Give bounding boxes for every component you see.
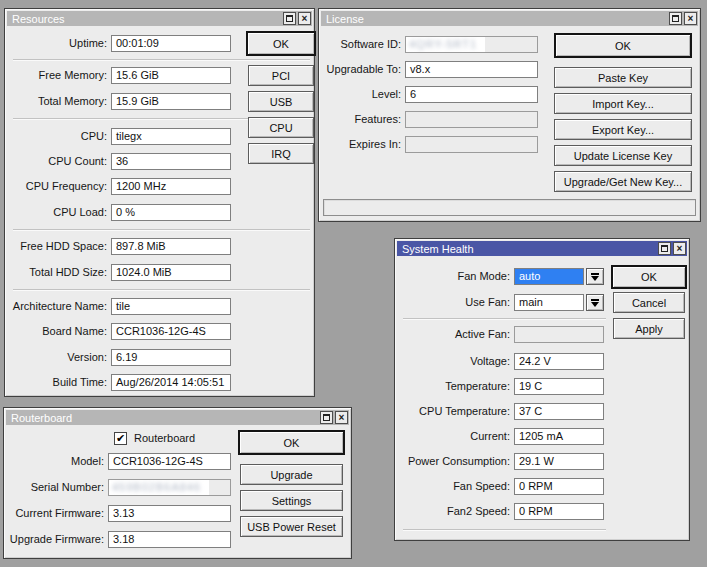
close-button[interactable]: × [298, 12, 311, 25]
maximize-button[interactable] [320, 411, 333, 424]
free-memory-field[interactable]: 15.6 GiB [111, 67, 231, 84]
apply-button[interactable]: Apply [613, 318, 685, 339]
active-fan-label: Active Fan: [395, 326, 510, 343]
ok-button[interactable]: OK [611, 265, 687, 289]
build-time-field[interactable]: Aug/26/2014 14:05:51 [111, 374, 231, 391]
software-id-label: Software ID: [319, 36, 401, 53]
import-key-button[interactable]: Import Key... [554, 93, 692, 114]
total-hdd-field[interactable]: 1024.0 MiB [111, 264, 231, 281]
maximize-button[interactable] [283, 12, 296, 25]
usb-button[interactable]: USB [248, 91, 314, 112]
fan-speed-field[interactable]: 0 RPM [514, 478, 604, 495]
temperature-field[interactable]: 19 C [514, 378, 604, 395]
system-health-titlebar[interactable]: System Health × [397, 241, 687, 256]
dropdown-arrow-icon [591, 272, 599, 281]
fan2-speed-field[interactable]: 0 RPM [514, 503, 604, 520]
cpu-temperature-label: CPU Temperature: [395, 403, 510, 420]
routerboard-checkbox[interactable]: ✔ [114, 432, 127, 445]
voltage-field[interactable]: 24.2 V [514, 353, 604, 370]
uptime-label: Uptime: [5, 35, 107, 52]
current-field[interactable]: 1205 mA [514, 428, 604, 445]
routerboard-checkbox-label: Routerboard [134, 431, 195, 446]
paste-key-button[interactable]: Paste Key [554, 67, 692, 88]
features-label: Features: [319, 111, 401, 128]
separator [13, 59, 310, 61]
ok-button[interactable]: OK [238, 430, 345, 455]
fan-mode-dropdown-button[interactable] [586, 268, 604, 285]
routerboard-titlebar[interactable]: Routerboard × [6, 410, 349, 425]
maximize-icon [672, 15, 679, 22]
maximize-button[interactable] [658, 242, 671, 255]
upgrade-firmware-field[interactable]: 3.18 [108, 531, 231, 548]
update-license-key-button[interactable]: Update License Key [554, 145, 692, 166]
maximize-icon [661, 245, 668, 252]
fan-speed-label: Fan Speed: [395, 478, 510, 495]
window-title: License [326, 13, 364, 25]
separator [13, 289, 310, 291]
upgrade-button[interactable]: Upgrade [240, 464, 343, 485]
license-statusbar [323, 199, 696, 216]
total-memory-field[interactable]: 15.9 GiB [111, 93, 231, 110]
upgradable-to-field[interactable]: v8.x [405, 61, 538, 78]
fan2-speed-label: Fan2 Speed: [395, 503, 510, 520]
ok-button[interactable]: OK [554, 33, 692, 58]
expires-in-label: Expires In: [319, 136, 401, 153]
irq-button[interactable]: IRQ [248, 143, 314, 164]
cancel-button[interactable]: Cancel [613, 292, 685, 313]
architecture-field[interactable]: tile [111, 298, 231, 315]
fan-mode-select[interactable]: auto [514, 268, 584, 285]
cpu-field[interactable]: tilegx [111, 128, 231, 145]
cpu-count-field[interactable]: 36 [111, 153, 231, 170]
dropdown-arrow-icon [591, 298, 599, 307]
cpu-button[interactable]: CPU [248, 117, 314, 138]
board-name-field[interactable]: CCR1036-12G-4S [111, 323, 231, 340]
level-field[interactable]: 6 [405, 86, 538, 103]
version-field[interactable]: 6.19 [111, 349, 231, 366]
expires-in-field[interactable] [405, 136, 538, 153]
upgradable-to-label: Upgradable To: [319, 61, 401, 78]
active-fan-field[interactable] [514, 326, 604, 343]
use-fan-select[interactable]: main [514, 294, 584, 311]
close-icon: × [302, 14, 308, 24]
export-key-button[interactable]: Export Key... [554, 119, 692, 140]
ok-button[interactable]: OK [246, 31, 316, 56]
model-field[interactable]: CCR1036-12G-4S [108, 453, 231, 470]
redaction-patch: 4QRY-5RT1 [405, 36, 485, 53]
resources-titlebar[interactable]: Resources × [7, 11, 312, 26]
total-hdd-label: Total HDD Size: [5, 264, 107, 281]
use-fan-dropdown-button[interactable] [586, 294, 604, 311]
features-field[interactable] [405, 111, 538, 128]
license-window: License × Software ID: 4QRY-5RT1 Upgrada… [318, 8, 701, 222]
close-icon: × [677, 244, 683, 254]
serial-number-label: Serial Number: [4, 479, 104, 496]
architecture-label: Architecture Name: [5, 298, 107, 315]
cpu-load-label: CPU Load: [5, 204, 107, 221]
close-button[interactable]: × [335, 411, 348, 424]
serial-number-field[interactable]: 459B02B6A846 [108, 479, 231, 496]
free-hdd-field[interactable]: 897.8 MiB [111, 238, 231, 255]
system-health-window: System Health × Fan Mode: auto Use Fan: … [394, 238, 690, 541]
software-id-field[interactable]: 4QRY-5RT1 [405, 36, 538, 53]
uptime-field[interactable]: 00:01:09 [111, 35, 231, 52]
power-consumption-label: Power Consumption: [395, 453, 510, 470]
upgrade-get-new-key-button[interactable]: Upgrade/Get New Key... [554, 171, 692, 192]
usb-power-reset-button[interactable]: USB Power Reset [240, 516, 343, 537]
pci-button[interactable]: PCI [248, 65, 314, 86]
license-titlebar[interactable]: License × [321, 11, 698, 26]
cpu-frequency-field[interactable]: 1200 MHz [111, 178, 231, 195]
window-title: System Health [402, 243, 474, 255]
voltage-label: Voltage: [395, 353, 510, 370]
close-button[interactable]: × [673, 242, 686, 255]
power-consumption-field[interactable]: 29.1 W [514, 453, 604, 470]
cpu-load-field[interactable]: 0 % [111, 204, 231, 221]
close-button[interactable]: × [684, 12, 697, 25]
separator [403, 318, 606, 320]
cpu-temperature-field[interactable]: 37 C [514, 403, 604, 420]
upgrade-firmware-label: Upgrade Firmware: [4, 531, 104, 548]
maximize-button[interactable] [669, 12, 682, 25]
current-firmware-field[interactable]: 3.13 [108, 505, 231, 522]
free-memory-label: Free Memory: [5, 67, 107, 84]
checkmark-icon: ✔ [116, 433, 125, 444]
settings-button[interactable]: Settings [240, 490, 343, 511]
build-time-label: Build Time: [5, 374, 107, 391]
